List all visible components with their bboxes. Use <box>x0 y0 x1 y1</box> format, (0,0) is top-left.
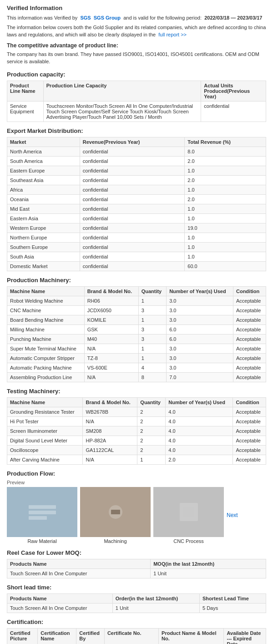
cell-market: South America <box>7 156 80 166</box>
cell-test-brand: GA1122CAL <box>83 445 137 455</box>
col-actual: Actual Units Produced(Previous Year) <box>201 81 266 101</box>
flow-images-container: Raw Material Machining CNC ProcessNext <box>7 487 266 544</box>
flow-placeholder-icon <box>97 498 134 526</box>
sgs-short-link[interactable]: SGS <box>80 15 91 20</box>
cell-condition: Acceptable <box>233 305 266 315</box>
cell-years: 3.0 <box>167 315 233 325</box>
cell-years: 3.0 <box>167 344 233 353</box>
cell-revenue: confidential <box>80 213 185 223</box>
cell-revenue: confidential <box>80 147 185 156</box>
table-row: South America confidential 2.0 <box>7 156 266 166</box>
testing-machinery-table: Machine Name Brand & Model No. Quantity … <box>7 397 266 465</box>
production-capacity-section: Production capacity: Product Line Name P… <box>7 71 266 122</box>
cell-market: Africa <box>7 185 80 194</box>
short-lead-title: Short lead time: <box>7 584 266 591</box>
verified-date-range: 2022/03/18 — 2023/03/17 <box>204 15 262 20</box>
cell-revenue: confidential <box>80 261 185 271</box>
table-row: Screen Illuminometer SM208 2 4.0 Accepta… <box>7 426 266 436</box>
full-report-link[interactable]: full report >> <box>158 32 187 37</box>
cell-brand: RH06 <box>84 296 138 305</box>
cell-test-brand: N/A <box>83 416 137 426</box>
svg-rect-2 <box>29 505 56 509</box>
svg-rect-12 <box>183 507 194 517</box>
cell-qty: 3 <box>138 305 167 315</box>
cell-test-years: 4.0 <box>166 445 233 455</box>
table-row: Punching Machine M40 3 6.0 Acceptable <box>7 334 266 344</box>
cell-revenue: confidential <box>80 223 185 233</box>
cell-line-name: Service Equipment <box>7 101 44 122</box>
col-revenue: Revenue(Previous Year) <box>80 137 185 147</box>
cell-test-years: 4.0 <box>166 416 233 426</box>
cell-condition: Acceptable <box>233 325 266 334</box>
verified-line2: The information below covers both the Go… <box>7 24 266 39</box>
table-row: North America confidential 8.0 <box>7 147 266 156</box>
cell-market: Domestic Market <box>7 261 80 271</box>
svg-rect-4 <box>29 516 47 520</box>
export-market-section: Export Market Distribution: Market Reven… <box>7 127 266 271</box>
cell-years: 3.0 <box>167 296 233 305</box>
cell-test-qty: 2 <box>137 407 166 416</box>
cell-machine-name: Robot Welding Machine <box>7 296 85 305</box>
cell-market: Western Europe <box>7 223 80 233</box>
production-capacity-title: Production capacity: <box>7 71 266 78</box>
cell-test-condition: Acceptable <box>233 426 266 436</box>
cell-machine-name: Automatic Computer Stripper <box>7 353 85 363</box>
col-lead-time: Shortest Lead Time <box>200 593 266 603</box>
flow-image-item: CNC Process <box>153 487 224 544</box>
svg-rect-8 <box>111 510 120 514</box>
col-line-name: Product Line Name <box>7 81 44 101</box>
cell-reel-moq: 1 Unit <box>151 568 266 578</box>
table-row: Grounding Resistance Tester WB2678B 2 4.… <box>7 407 266 416</box>
table-row: Assembling Production Line N/A 8 7.0 Acc… <box>7 372 266 382</box>
cell-brand: N/A <box>84 344 138 353</box>
cell-percent: 1.0 <box>185 166 266 175</box>
cell-test-years: 4.0 <box>166 426 233 436</box>
competitive-title: The competitive advantage of product lin… <box>7 42 266 49</box>
table-row: Southern Europe confidential 1.0 <box>7 242 266 252</box>
cell-revenue: confidential <box>80 252 185 261</box>
verified-section: Verified Information This information wa… <box>7 5 266 66</box>
cell-machine-name: Assembling Production Line <box>7 372 85 382</box>
testing-machinery-section: Testing Machinery: Machine Name Brand & … <box>7 388 266 465</box>
table-row: Automatic Computer Stripper TZ-8 1 3.0 A… <box>7 353 266 363</box>
cell-percent: 1.0 <box>185 213 266 223</box>
cell-test-qty: 1 <box>137 455 166 464</box>
table-row: Oceania confidential 2.0 <box>7 194 266 204</box>
sgs-full-link[interactable]: SGS Group <box>94 15 121 20</box>
flow-next-button[interactable]: Next <box>227 512 238 518</box>
preview-label: Preview <box>7 480 266 485</box>
cell-revenue: confidential <box>80 194 185 204</box>
cell-test-qty: 2 <box>137 416 166 426</box>
cell-test-machine-name: Grounding Resistance Tester <box>7 407 83 416</box>
flow-img-box <box>7 487 77 537</box>
cell-market: Oceania <box>7 194 80 204</box>
cell-market: Southeast Asia <box>7 175 80 185</box>
cell-actual: confidential <box>201 101 266 122</box>
col-reel-moq: MOQ(in the last 12month) <box>151 559 266 568</box>
flow-placeholder-icon <box>171 498 207 526</box>
cell-capacity: Touchscreen Monitor/Touch Screen All In … <box>43 101 201 122</box>
flow-image-item: Raw Material <box>7 487 77 544</box>
cell-percent: 19.0 <box>185 223 266 233</box>
cell-lead-order: 1 Unit <box>112 603 199 613</box>
cell-percent: 8.0 <box>185 147 266 156</box>
reel-case-table: Products Name MOQ(in the last 12month) T… <box>7 559 266 578</box>
table-row: Digital Sound Level Meter HP-882A 2 4.0 … <box>7 436 266 445</box>
cell-market: Eastern Europe <box>7 166 80 175</box>
production-machinery-table: Machine Name Brand & Model No. Quantity … <box>7 286 266 382</box>
cell-brand: KOMILE <box>84 315 138 325</box>
cell-qty: 4 <box>138 363 167 372</box>
cell-market: Northern Europe <box>7 233 80 242</box>
cell-test-years: 2.0 <box>166 455 233 464</box>
testing-machinery-title: Testing Machinery: <box>7 388 266 395</box>
cell-condition: Acceptable <box>233 296 266 305</box>
col-lead-product: Products Name <box>7 593 113 603</box>
table-row: Board Bending Machine KOMILE 1 3.0 Accep… <box>7 315 266 325</box>
cell-machine-name: Punching Machine <box>7 334 85 344</box>
cell-brand: VS-600E <box>84 363 138 372</box>
table-row: Oscilloscope GA1122CAL 2 4.0 Acceptable <box>7 445 266 455</box>
flow-img-box <box>80 487 151 537</box>
cell-revenue: confidential <box>80 166 185 175</box>
cell-qty: 1 <box>138 344 167 353</box>
col-test-machine-name: Machine Name <box>7 397 83 407</box>
